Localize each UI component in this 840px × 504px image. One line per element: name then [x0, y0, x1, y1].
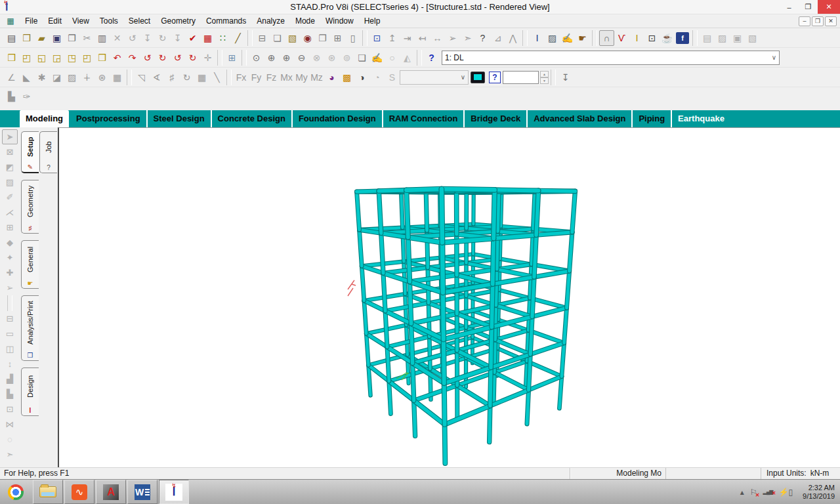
sidebar-item-job[interactable]: Job ?	[39, 131, 57, 173]
staad-foundation-icon[interactable]: f	[676, 32, 689, 44]
apply-value-icon[interactable]: ↧	[558, 70, 573, 85]
load-mx-icon[interactable]: Mx	[279, 70, 294, 85]
select-vertical-icon[interactable]: ↕	[2, 356, 18, 371]
snap-surface-icon[interactable]: ▨	[64, 70, 79, 85]
menu-item[interactable]: Mode	[290, 15, 320, 27]
remove-dim-icon[interactable]: ↤	[415, 30, 430, 46]
import-icon[interactable]: ▤	[700, 30, 715, 46]
report-icon[interactable]: ⊞	[330, 30, 345, 46]
snap-node-icon[interactable]: ∠	[4, 70, 19, 85]
select-intersect-icon[interactable]: ⋈	[2, 417, 18, 432]
rotate-geometry-icon[interactable]: ↻	[179, 70, 194, 85]
zoom-previous-icon[interactable]: ⊗	[309, 50, 324, 66]
select-missing-icon[interactable]: ▟	[2, 371, 18, 387]
staad-pro-taskbar-button[interactable]: ↯ Ⅰ	[159, 480, 189, 504]
plates-cursor-icon[interactable]: ◩	[2, 159, 18, 175]
autocad-taskbar-button[interactable]: A	[96, 480, 126, 504]
chrome-taskbar-button[interactable]	[0, 480, 32, 504]
deselect-cursor-icon[interactable]: ➣	[460, 30, 475, 46]
beams-cursor-icon[interactable]: ⊠	[2, 144, 18, 159]
select-polygon-icon[interactable]: ◫	[2, 341, 18, 356]
zoom-out-icon[interactable]: ⊖	[294, 50, 309, 66]
mode-tab[interactable]: Earthquake	[672, 110, 730, 127]
load-values-icon[interactable]: ◕	[324, 70, 339, 85]
mode-tab[interactable]: RAM Connection	[383, 110, 465, 127]
nitro-pdf-taskbar-button[interactable]: ∿	[64, 480, 94, 504]
snap-solid-icon[interactable]: ◪	[49, 70, 64, 85]
close-file-icon[interactable]: ▰	[34, 30, 49, 46]
load-page-icon[interactable]: ▩	[339, 70, 354, 85]
command-input[interactable]	[503, 71, 539, 84]
mdi-restore-button[interactable]: ❐	[812, 16, 824, 26]
node-dim-icon[interactable]: ↥	[385, 30, 400, 46]
print-icon[interactable]: ⊟	[255, 30, 270, 46]
value-stepper[interactable]: ▲ ▼	[540, 71, 549, 84]
sidebar-item-design[interactable]: Design I	[21, 368, 39, 416]
print-preview-icon[interactable]: ❏	[270, 30, 285, 46]
zoom-selection-icon[interactable]: ⊚	[339, 50, 354, 66]
interactive-design-icon[interactable]: ☛	[575, 30, 590, 46]
select-parallel-icon[interactable]: ⊟	[2, 311, 18, 326]
release-cursor-icon[interactable]: ✦	[2, 250, 18, 265]
load-mz-icon[interactable]: Mz	[309, 70, 324, 85]
spin-ccw-icon[interactable]: ↺	[170, 50, 185, 66]
load-prev-icon[interactable]: ◔	[369, 70, 385, 85]
rotate-up-icon[interactable]: ↶	[110, 50, 125, 66]
zoom-dynamic-icon[interactable]: ⊛	[324, 50, 339, 66]
split-beam-icon[interactable]: ╲	[209, 70, 224, 85]
structure-wizard-icon[interactable]: Ⅰ	[530, 30, 545, 46]
view-bottom-icon[interactable]: ❒	[94, 50, 110, 66]
rotate-right-icon[interactable]: ↻	[155, 50, 170, 66]
mode-tab[interactable]: Foundation Design	[293, 110, 383, 127]
zoom-extents-icon[interactable]: ⊕	[264, 50, 279, 66]
zoom-in-icon[interactable]: ⊕	[279, 50, 294, 66]
new-view-icon[interactable]: ⊡	[369, 30, 385, 46]
pan-icon[interactable]: ✍	[369, 50, 385, 66]
undo-list-icon[interactable]: ↧	[140, 30, 155, 46]
maximize-button[interactable]: ❐	[799, 0, 818, 14]
mode-tab[interactable]: Piping	[633, 110, 672, 127]
menu-item[interactable]: Select	[123, 15, 156, 27]
view-right-icon[interactable]: ◳	[64, 50, 79, 66]
copy-icon[interactable]: ❐	[64, 30, 79, 46]
section-shape-icon[interactable]: S	[385, 70, 400, 85]
circular-repeat-icon[interactable]: ∢	[149, 70, 164, 85]
query-icon[interactable]: ?	[489, 72, 501, 83]
document-icon[interactable]: ▦	[4, 16, 17, 26]
support-cursor-icon[interactable]: ⊞	[2, 220, 18, 235]
spin-down-icon[interactable]: ▼	[540, 77, 549, 84]
sidebar-item-analysis-print[interactable]: Analysis/Print ❒	[21, 295, 39, 361]
spin-up-icon[interactable]: ▲	[540, 71, 549, 77]
select-cursor-icon[interactable]: ➢	[445, 30, 460, 46]
redo-list-icon[interactable]: ↧	[170, 30, 185, 46]
orbit-icon[interactable]: ✛	[200, 50, 215, 66]
protractor-icon[interactable]: ⋀	[505, 30, 520, 46]
snap-beam-icon[interactable]: ◣	[19, 70, 34, 85]
save-icon[interactable]: ▣	[49, 30, 64, 46]
save-as-icon[interactable]: ▣	[730, 30, 745, 46]
action-center-flag-icon[interactable]: ⚐✕	[750, 488, 757, 497]
run-analysis-icon[interactable]: ✔	[185, 30, 200, 46]
beam-dim-icon[interactable]: ⇥	[400, 30, 415, 46]
insert-picture-icon[interactable]: ❐	[315, 30, 330, 46]
new-file-icon[interactable]: ▤	[4, 30, 19, 46]
delete-icon[interactable]: ✕	[110, 30, 125, 46]
mode-tab[interactable]: Postprocessing	[70, 110, 148, 127]
screenshot-icon[interactable]: ◉	[300, 30, 315, 46]
spin-cw-icon[interactable]: ↻	[185, 50, 200, 66]
taskbar-clock[interactable]: 2:32 AM 9/13/2019	[799, 484, 835, 501]
shrink-view-icon[interactable]: ❏	[354, 50, 369, 66]
multi-view-layout-icon[interactable]: ⊞	[224, 50, 240, 66]
select-inverse-icon[interactable]: ➣	[2, 447, 18, 462]
translational-repeat-icon[interactable]: ◹	[134, 70, 149, 85]
snap-grid-icon[interactable]: ✑	[19, 89, 34, 104]
menu-item[interactable]: Edit	[43, 15, 67, 27]
display-options-icon[interactable]	[471, 72, 485, 83]
zoom-circle-icon[interactable]: ○	[385, 50, 400, 66]
sidebar-item-general[interactable]: General ☛	[21, 240, 39, 289]
node-grid-icon[interactable]: ▙	[4, 89, 19, 104]
redo-icon[interactable]: ↻	[155, 30, 170, 46]
arch-wizard-icon[interactable]: ∩	[599, 30, 614, 46]
snap-plate-icon[interactable]: ✱	[34, 70, 49, 85]
zoom-window-icon[interactable]: ⊙	[249, 50, 264, 66]
